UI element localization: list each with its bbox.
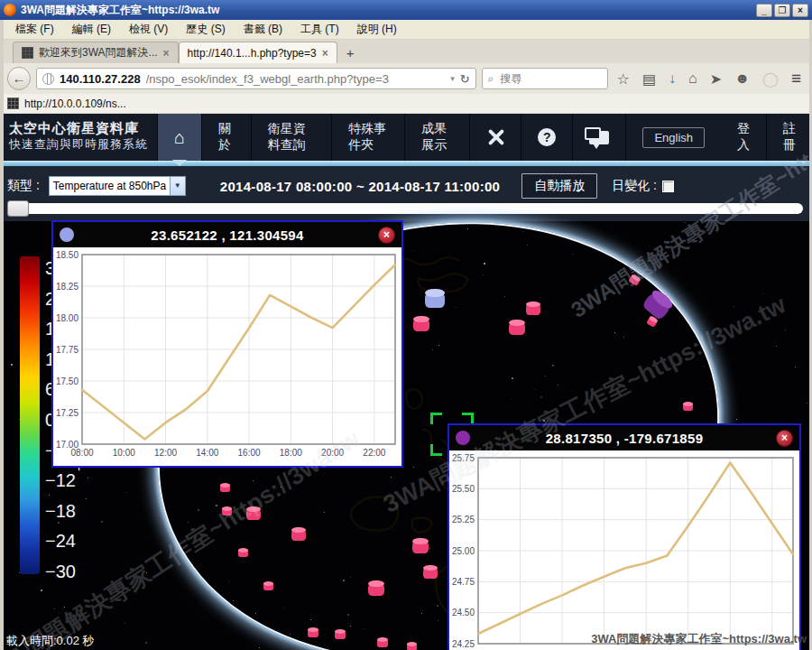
station-marker-icon[interactable] xyxy=(683,402,693,411)
svg-text:16:00: 16:00 xyxy=(238,448,261,458)
svg-text:17.50: 17.50 xyxy=(56,376,78,386)
url-dropdown-icon[interactable]: ▾ xyxy=(450,74,455,83)
nav-item-about[interactable]: 關於 xyxy=(201,114,251,161)
tab-active[interactable]: http://140.1...h.php?type=3 × xyxy=(179,42,337,63)
home-icon[interactable]: ⌂ xyxy=(685,70,701,87)
search-bar[interactable]: ⌕ xyxy=(482,68,608,89)
menu-help[interactable]: 說明 (H) xyxy=(349,20,405,39)
send-icon[interactable]: ➤ xyxy=(706,70,725,88)
menu-history[interactable]: 歷史 (S) xyxy=(178,20,233,39)
english-button[interactable]: English xyxy=(642,127,705,148)
restore-button[interactable]: ❐ xyxy=(774,4,790,17)
search-input[interactable] xyxy=(498,71,601,86)
chart-popup-1[interactable]: 23.652122 , 121.304594 × 18.5018.2518.00… xyxy=(51,220,403,468)
menu-tools[interactable]: 工具 (T) xyxy=(292,20,347,39)
time-slider-handle[interactable] xyxy=(7,200,29,217)
nav-forum-button[interactable] xyxy=(572,114,625,161)
popup-coordinates: 28.817350 , -179.671859 xyxy=(449,431,799,446)
tab-welcome[interactable]: 歡迎來到3WA問題解決... × xyxy=(13,42,179,63)
nav-item-results[interactable]: 成果展示 xyxy=(404,114,469,161)
reload-icon[interactable]: ↻ xyxy=(460,72,470,86)
menu-bookmarks[interactable]: 書籤 (B) xyxy=(235,20,291,39)
colorbar-tick-label: −30 xyxy=(45,562,99,580)
popup-close-icon[interactable]: × xyxy=(378,227,395,244)
svg-text:20:00: 20:00 xyxy=(321,448,344,458)
nav-english: English xyxy=(625,114,721,161)
svg-text:25.50: 25.50 xyxy=(452,484,475,494)
blue-station-marker-icon[interactable] xyxy=(425,289,445,308)
tab-close-icon[interactable]: × xyxy=(163,47,170,60)
svg-text:17.75: 17.75 xyxy=(56,345,78,355)
svg-text:17.25: 17.25 xyxy=(56,408,78,418)
colorbar-tick-label: −12 xyxy=(45,471,99,489)
type-select[interactable]: Temperature at 850hPa ▼ xyxy=(49,176,186,196)
popup-header[interactable]: 23.652122 , 121.304594 × xyxy=(53,222,401,247)
menu-view[interactable]: 檢視 (V) xyxy=(121,20,176,39)
station-marker-icon[interactable] xyxy=(308,627,318,637)
close-button[interactable]: × xyxy=(792,4,808,17)
site-logo[interactable]: 太空中心衛星資料庫 快速查詢與即時服務系統 xyxy=(0,114,157,161)
popup-close-icon[interactable]: × xyxy=(776,430,793,447)
station-marker-icon[interactable] xyxy=(263,581,273,590)
station-marker-icon[interactable] xyxy=(413,316,429,331)
menu-bar: 檔案 (F) 編輯 (E) 檢視 (V) 歷史 (S) 書籤 (B) 工具 (T… xyxy=(0,20,812,40)
station-marker-icon[interactable] xyxy=(368,580,384,596)
load-time-status: 載入時間:0.02 秒 xyxy=(6,633,95,649)
station-marker-icon[interactable] xyxy=(291,527,306,541)
url-host: 140.110.27.228 xyxy=(60,72,141,86)
svg-text:18.50: 18.50 xyxy=(56,250,78,260)
nav-home-button[interactable]: ⌂ xyxy=(157,114,201,161)
station-marker-icon[interactable] xyxy=(246,506,261,520)
minimize-button[interactable]: _ xyxy=(756,4,772,17)
type-select-value: Temperature at 850hPa xyxy=(50,180,170,192)
svg-text:14:00: 14:00 xyxy=(196,448,218,458)
back-button[interactable]: ← xyxy=(7,67,31,90)
time-slider-track[interactable] xyxy=(7,203,803,214)
svg-text:18.00: 18.00 xyxy=(56,313,78,323)
popup-coordinates: 23.652122 , 121.304594 xyxy=(53,228,401,243)
svg-text:08:00: 08:00 xyxy=(70,448,93,458)
station-marker-icon[interactable] xyxy=(222,506,232,515)
register-button[interactable]: 註冊 xyxy=(766,114,812,161)
nav-tools-button[interactable] xyxy=(469,114,521,161)
chat-toolbar-icon[interactable]: ☻ xyxy=(731,70,753,87)
menu-hamburger-icon[interactable]: ≡ xyxy=(788,69,805,88)
bookmarks-menu-icon[interactable]: ▤ xyxy=(639,70,660,88)
bookmark-item[interactable]: http://10.0.0.109/ns... xyxy=(24,98,126,110)
sync-icon[interactable]: ◯ xyxy=(759,70,782,88)
window-titlebar[interactable]: 3WA問題解決專家工作室~https://3wa.tw _ ❐ × xyxy=(0,0,812,20)
chart-popup-2[interactable]: 28.817350 , -179.671859 × 25.7525.5025.2… xyxy=(448,423,801,650)
login-button[interactable]: 登入 xyxy=(721,114,766,161)
tab-close-icon[interactable]: × xyxy=(322,47,328,60)
logo-line1: 太空中心衛星資料庫 xyxy=(9,120,148,137)
bookmark-star-icon[interactable]: ☆ xyxy=(614,70,633,88)
station-marker-icon[interactable] xyxy=(423,565,438,579)
nav-help-button[interactable]: ? xyxy=(521,114,572,161)
window-title: 3WA問題解決專家工作室~https://3wa.tw xyxy=(21,3,219,18)
select-arrow-icon[interactable]: ▼ xyxy=(170,177,185,195)
station-marker-icon[interactable] xyxy=(335,629,346,639)
popup-header[interactable]: 28.817350 , -179.671859 × xyxy=(449,425,799,450)
svg-text:24.25: 24.25 xyxy=(452,639,475,649)
menu-file[interactable]: 檔案 (F) xyxy=(7,20,62,39)
tab-favicon xyxy=(22,47,33,59)
station-marker-icon[interactable] xyxy=(407,642,417,650)
tab-label: 歡迎來到3WA問題解決... xyxy=(39,45,158,60)
station-marker-icon[interactable] xyxy=(238,548,248,557)
bookmarks-bar: http://10.0.0.109/ns... xyxy=(0,94,812,114)
downloads-icon[interactable]: ↓ xyxy=(665,70,679,87)
nav-item-special-events[interactable]: 特殊事件夾 xyxy=(331,114,404,161)
station-marker-icon[interactable] xyxy=(526,302,540,315)
nav-item-satellite-query[interactable]: 衛星資料查詢 xyxy=(251,114,332,161)
url-path: /nspo_esok/index_f3_webgl_earth.php?type… xyxy=(146,72,446,86)
browser-toolbar: ← 140.110.27.228 /nspo_esok/index_f3_web… xyxy=(0,63,812,94)
forum-chat-icon xyxy=(589,131,609,144)
station-marker-icon[interactable] xyxy=(412,538,429,553)
url-bar[interactable]: 140.110.27.228 /nspo_esok/index_f3_webgl… xyxy=(36,68,476,89)
home-nav-icon: ⌂ xyxy=(174,127,185,148)
new-tab-button[interactable]: + xyxy=(337,45,364,63)
station-marker-icon[interactable] xyxy=(220,483,230,492)
station-marker-icon[interactable] xyxy=(509,320,525,335)
station-marker-icon[interactable] xyxy=(377,637,388,647)
menu-edit[interactable]: 編輯 (E) xyxy=(64,20,119,39)
